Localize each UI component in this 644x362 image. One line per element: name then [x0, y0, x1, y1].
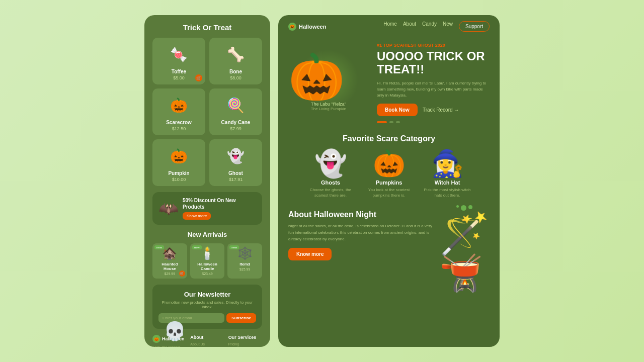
product-card-ghost-small[interactable]: 👻 Ghost $17.91 — [209, 139, 262, 186]
footer-about-link-1[interactable]: About Us — [190, 342, 224, 346]
hero-content: #1 TOP SCARIEST GHOST 2020 UOOOO TRICK O… — [377, 43, 490, 123]
product-card-bone[interactable]: 🦴 Bone $8.00 — [209, 38, 262, 84]
promo-text: 50% Discount On New Products Show more — [183, 197, 256, 220]
product-card-toffee[interactable]: 🍬 Toffee $5.00 🛒 — [152, 38, 205, 84]
footer-col-about: About About Us Careers News — [190, 335, 224, 347]
category-witch-hat[interactable]: 🧙‍♀️ Witch Hat Pick the most stylish wit… — [422, 150, 472, 198]
bubble-2 — [461, 205, 466, 211]
nav-links: Home About Candy New Support — [383, 21, 490, 32]
hero-pumpkin: 🎃 The Labu "Relza" The Living Pumpkin — [288, 54, 369, 111]
nav-logo-text: Halloween — [299, 24, 326, 30]
bubble-3 — [468, 205, 472, 209]
track-record-button[interactable]: Track Record → — [423, 107, 459, 113]
newsletter-title: Our Newsletter — [158, 291, 256, 298]
new-arrivals-title: New Arrivals — [152, 231, 262, 238]
hero-title: UOOOO TRICK OR TREAT!! — [377, 50, 490, 76]
hero-tag: #1 TOP SCARIEST GHOST 2020 — [377, 43, 490, 48]
bone-price: $8.00 — [213, 75, 258, 80]
candle-price: $23.49 — [193, 272, 222, 276]
ghost-category-icon: 👻 — [305, 150, 356, 176]
left-shop-panel: Trick Or Treat 🍬 Toffee $5.00 🛒 🦴 Bone $… — [144, 15, 270, 347]
ghost-category-name: Ghosts — [305, 179, 356, 186]
promo-banner: 🦇 50% Discount On New Products Show more — [152, 192, 262, 225]
nav-candy[interactable]: Candy — [422, 21, 437, 32]
shop-title: Trick Or Treat — [152, 23, 262, 32]
haunted-house-name: Haunted House — [155, 262, 184, 271]
bubble-1 — [456, 205, 459, 208]
witch-hat-category-name: Witch Hat — [422, 179, 472, 186]
footer-services-list: Pricing Features Shipping Store — [228, 342, 262, 347]
bone-icon: 🦴 — [223, 42, 249, 67]
pumpkin-category-name: Pumpkins — [364, 179, 414, 186]
candycane-icon: 🍭 — [223, 93, 249, 118]
dot-2 — [389, 121, 393, 123]
know-more-button[interactable]: Know more — [288, 248, 332, 260]
ghost-small-name: Ghost — [213, 170, 258, 176]
witch-hat-category-icon: 🧙‍♀️ — [422, 150, 472, 176]
pumpkin-category-desc: You look at the scariest pumpkins there … — [364, 187, 414, 198]
product-card-pumpkin[interactable]: 🎃 Pumpkin $10.00 — [152, 139, 205, 186]
candycane-price: $7.99 — [213, 126, 258, 131]
nav-home[interactable]: Home — [383, 21, 397, 32]
hero-buttons: Book Now Track Record → — [377, 104, 490, 116]
arrival-candle[interactable]: new 🕯️ Halloween Candle $23.49 — [190, 243, 225, 279]
arrival-cart-1[interactable]: 🛒 — [179, 270, 185, 277]
bone-name: Bone — [213, 69, 258, 74]
about-content: About Halloween Night Night of all the s… — [288, 210, 432, 260]
dot-3 — [396, 121, 400, 123]
product-card-candycane[interactable]: 🍭 Candy Cane $7.99 — [209, 88, 262, 135]
product-grid: 🍬 Toffee $5.00 🛒 🦴 Bone $8.00 🎃 Scarecro… — [152, 38, 262, 186]
nav-new[interactable]: New — [443, 21, 453, 32]
promo-title: 50% Discount On New Products — [183, 197, 256, 210]
ghost-small-icon: 👻 — [223, 143, 249, 168]
footer-col-services: Our Services Pricing Features Shipping S… — [228, 335, 262, 347]
scarecrow-icon: 🎃 — [167, 93, 192, 118]
witch-hat-category-desc: Pick the most stylish witch hats out the… — [422, 187, 472, 198]
right-main-panel: 🎃 Halloween Home About Candy New Support… — [278, 15, 500, 347]
pumpkin-small-icon: 🎃 — [167, 143, 192, 168]
navbar: 🎃 Halloween Home About Candy New Support — [278, 15, 500, 38]
footer-services-heading: Our Services — [228, 335, 262, 340]
promo-button[interactable]: Show more — [183, 212, 211, 220]
arrivals-grid: new 🏚️ Haunted House $29.99 🛒 new 🕯️ Hal… — [152, 243, 262, 279]
about-section: About Halloween Night Night of all the s… — [278, 204, 500, 300]
footer-logo-icon: 🎃 — [152, 335, 160, 343]
product-card-scarecrow[interactable]: 🎃 Scarecrow $12.50 — [152, 88, 205, 135]
newsletter-subscribe-button[interactable]: Subscribe — [226, 313, 256, 323]
about-title: About Halloween Night — [288, 210, 432, 219]
about-description: Night of all the saints, or all the dead… — [288, 223, 432, 242]
nav-about[interactable]: About — [403, 21, 416, 32]
newsletter-subtitle: Promotion new products and sales. Direct… — [158, 300, 256, 309]
pumpkin-large-icon: 🎃 — [288, 54, 369, 100]
hero-dots — [377, 121, 490, 123]
web-name: Item3 — [230, 262, 259, 266]
footer-about-list: About Us Careers News — [190, 342, 224, 347]
category-section-title: Favorite Scare Category — [288, 134, 490, 143]
footer-services-link-1[interactable]: Pricing — [228, 342, 262, 346]
category-grid: 👻 Ghosts Choose the ghosts, the scariest… — [288, 150, 490, 198]
category-section: Favorite Scare Category 👻 Ghosts Choose … — [278, 128, 500, 204]
nav-support-button[interactable]: Support — [459, 21, 490, 32]
category-ghosts[interactable]: 👻 Ghosts Choose the ghosts, the scariest… — [305, 150, 356, 198]
toffee-price: $5.00 — [156, 75, 201, 80]
toffee-icon: 🍬 — [167, 42, 192, 67]
toffee-name: Toffee — [156, 69, 201, 74]
cart-badge-toffee[interactable]: 🛒 — [195, 74, 202, 81]
cauldron-decoration: 🪄 🫕 — [439, 210, 490, 294]
arrival-web[interactable]: new 🕸️ Item3 $15.99 — [227, 243, 262, 279]
web-price: $15.99 — [230, 267, 259, 271]
book-now-button[interactable]: Book Now — [377, 104, 418, 116]
new-badge-3: new — [229, 245, 239, 249]
hero-description: Hi, I'm Relza, people call me 'Si Labu'.… — [377, 80, 490, 99]
nav-logo: 🎃 Halloween — [288, 23, 326, 31]
pumpkin-category-icon: 🎃 — [364, 150, 414, 176]
new-badge-1: new — [154, 245, 164, 249]
nav-logo-icon: 🎃 — [288, 23, 296, 31]
new-badge-2: new — [192, 245, 202, 249]
ghost-skull-decoration: 💀 — [164, 321, 186, 342]
ghost-small-price: $17.91 — [213, 177, 258, 182]
candle-name: Halloween Candle — [193, 262, 222, 271]
arrival-haunted-house[interactable]: new 🏚️ Haunted House $29.99 🛒 — [152, 243, 187, 279]
candycane-name: Candy Cane — [213, 120, 258, 125]
category-pumpkins[interactable]: 🎃 Pumpkins You look at the scariest pump… — [364, 150, 414, 198]
